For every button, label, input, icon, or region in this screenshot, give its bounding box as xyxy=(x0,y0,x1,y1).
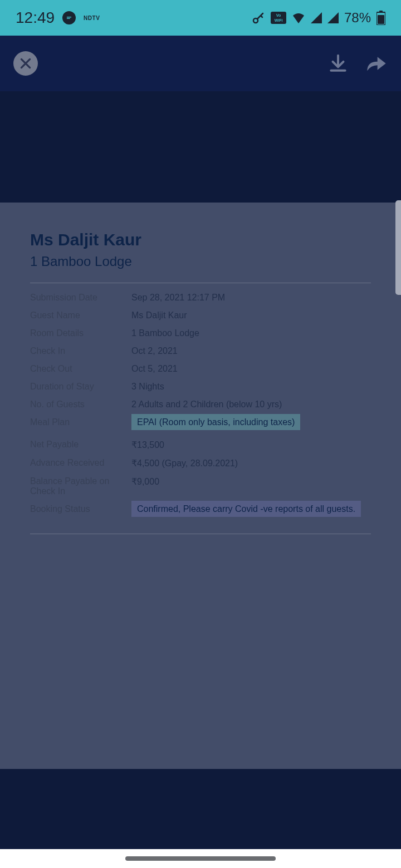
value-guests: 2 Adults and 2 Children (below 10 yrs) xyxy=(131,400,282,410)
status-bar: 12:49 NDTV VoWiFi 78% xyxy=(0,0,401,36)
value-booking-status-badge: Confirmed, Please carry Covid -ve report… xyxy=(131,501,361,517)
value-check-in: Oct 2, 2021 xyxy=(131,346,178,356)
label-net-payable: Net Payable xyxy=(30,440,131,450)
viewer-toolbar xyxy=(0,36,401,91)
signal-icon-2 xyxy=(327,12,339,23)
row-submission-date: Submission Date Sep 28, 2021 12:17 PM xyxy=(30,289,371,307)
battery-percent: 78% xyxy=(344,10,371,26)
row-guests: No. of Guests 2 Adults and 2 Children (b… xyxy=(30,396,371,413)
row-booking-status: Booking Status Confirmed, Please carry C… xyxy=(30,500,371,518)
signal-icon-1 xyxy=(311,12,322,23)
guest-title: Ms Daljit Kaur xyxy=(30,230,371,249)
wifi-icon xyxy=(292,12,305,23)
share-icon xyxy=(365,54,388,73)
value-duration: 3 Nights xyxy=(131,382,164,392)
close-button[interactable] xyxy=(13,51,38,76)
label-check-out: Check Out xyxy=(30,364,131,374)
row-check-out: Check Out Oct 5, 2021 xyxy=(30,360,371,378)
room-subtitle: 1 Bamboo Lodge xyxy=(30,254,371,269)
label-balance: Balance Payable on Check In xyxy=(30,476,131,496)
booking-document: Ms Daljit Kaur 1 Bamboo Lodge Submission… xyxy=(0,203,401,769)
svg-text:WiFi: WiFi xyxy=(275,18,283,22)
label-guests: No. of Guests xyxy=(30,400,131,410)
value-meal-plan-badge: EPAI (Room only basis, including taxes) xyxy=(131,414,300,430)
divider-bottom xyxy=(30,534,371,534)
value-room-details: 1 Bamboo Lodge xyxy=(131,328,199,338)
download-button[interactable] xyxy=(327,53,349,74)
svg-rect-6 xyxy=(378,15,384,24)
row-net-payable: Net Payable ₹13,500 xyxy=(30,436,371,454)
document-viewport[interactable]: Ms Daljit Kaur 1 Bamboo Lodge Submission… xyxy=(0,203,401,769)
notification-icon xyxy=(62,11,76,24)
value-advance: ₹4,500 (Gpay, 28.09.2021) xyxy=(131,458,238,468)
label-meal-plan: Meal Plan xyxy=(30,417,131,427)
toolbar-actions xyxy=(327,53,388,74)
label-booking-status: Booking Status xyxy=(30,504,131,514)
row-room-details: Room Details 1 Bamboo Lodge xyxy=(30,324,371,342)
key-icon xyxy=(252,11,265,24)
status-bar-left: 12:49 NDTV xyxy=(16,9,100,27)
label-submission-date: Submission Date xyxy=(30,293,131,303)
close-icon xyxy=(18,56,33,71)
download-icon xyxy=(327,53,349,74)
value-check-out: Oct 5, 2021 xyxy=(131,364,178,374)
status-bar-right: VoWiFi 78% xyxy=(252,10,385,26)
ndtv-label: NDTV xyxy=(84,15,100,21)
row-meal-plan: Meal Plan EPAI (Room only basis, includi… xyxy=(30,413,371,431)
row-advance: Advance Received ₹4,500 (Gpay, 28.09.202… xyxy=(30,454,371,472)
battery-icon xyxy=(376,11,385,25)
share-button[interactable] xyxy=(365,54,388,73)
value-submission-date: Sep 28, 2021 12:17 PM xyxy=(131,293,225,303)
bottom-spacer xyxy=(0,769,401,849)
row-check-in: Check In Oct 2, 2021 xyxy=(30,342,371,360)
spacer xyxy=(0,91,401,203)
label-advance: Advance Received xyxy=(30,458,131,468)
scrollbar[interactable] xyxy=(395,200,401,295)
vowifi-icon: VoWiFi xyxy=(271,12,286,24)
status-time: 12:49 xyxy=(16,9,55,27)
row-balance: Balance Payable on Check In ₹9,000 xyxy=(30,472,371,500)
row-duration: Duration of Stay 3 Nights xyxy=(30,378,371,396)
value-balance: ₹9,000 xyxy=(131,476,159,487)
home-indicator[interactable] xyxy=(125,856,276,861)
label-room-details: Room Details xyxy=(30,328,131,338)
row-guest-name: Guest Name Ms Daljit Kaur xyxy=(30,307,371,324)
nav-bar xyxy=(0,849,401,868)
label-duration: Duration of Stay xyxy=(30,382,131,392)
value-net-payable: ₹13,500 xyxy=(131,440,164,450)
svg-text:Vo: Vo xyxy=(276,13,281,17)
divider xyxy=(30,283,371,283)
value-guest-name: Ms Daljit Kaur xyxy=(131,310,187,320)
label-check-in: Check In xyxy=(30,346,131,356)
label-guest-name: Guest Name xyxy=(30,310,131,320)
